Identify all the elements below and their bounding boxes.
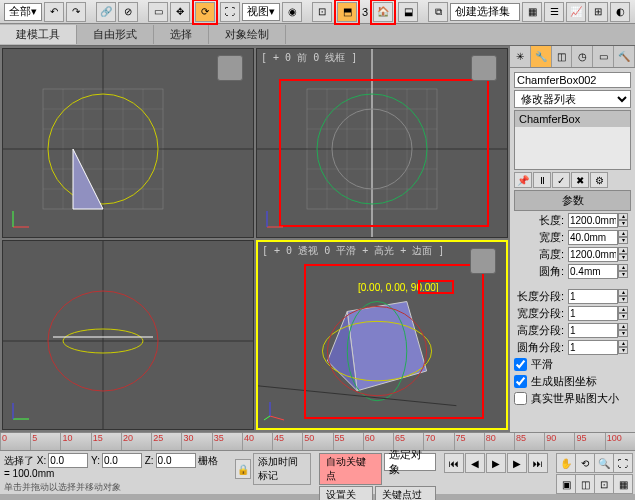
z-input[interactable] [156, 453, 196, 468]
spin-up[interactable]: ▴ [618, 230, 628, 237]
spin-down[interactable]: ▾ [618, 254, 628, 261]
modifier-list-dropdown[interactable]: 修改器列表 [514, 90, 631, 108]
percent-snap-button[interactable]: 🏠 [373, 2, 393, 22]
height-input[interactable] [568, 247, 618, 262]
viewport-left[interactable] [2, 240, 254, 430]
spin-down[interactable]: ▾ [618, 313, 628, 320]
viewcube-icon[interactable] [471, 55, 497, 81]
create-tab-icon[interactable]: ✳ [510, 46, 531, 67]
configure-button[interactable]: ⚙ [590, 172, 608, 188]
lock-button[interactable]: 🔒 [235, 459, 251, 479]
modifier-item[interactable]: ChamferBox [515, 111, 630, 127]
spin-up[interactable]: ▴ [618, 213, 628, 220]
key-filter-button[interactable]: 关键点过滤器 [375, 486, 436, 500]
pin-stack-button[interactable]: 📌 [514, 172, 532, 188]
spin-up[interactable]: ▴ [618, 264, 628, 271]
angle-snap-button[interactable]: ⬒ [337, 2, 357, 22]
rotate-button[interactable]: ⟳ [195, 2, 215, 22]
show-end-button[interactable]: Ⅱ [533, 172, 551, 188]
motion-tab-icon[interactable]: ◷ [572, 46, 593, 67]
viewcube-icon[interactable] [470, 248, 496, 274]
remove-mod-button[interactable]: ✖ [571, 172, 589, 188]
object-name-input[interactable] [514, 72, 631, 88]
set-key-button[interactable]: 设置关键点 [319, 486, 372, 500]
tab-object-paint[interactable]: 对象绘制 [209, 25, 286, 44]
params-rollout-title[interactable]: 参数 [514, 190, 631, 211]
next-frame-button[interactable]: ▶ [507, 453, 527, 473]
viewport-front[interactable]: [ + 0 前 0 线框 ] [256, 48, 508, 238]
spin-up[interactable]: ▴ [618, 340, 628, 347]
link-button[interactable]: 🔗 [96, 2, 116, 22]
spin-down[interactable]: ▾ [618, 237, 628, 244]
length-segs-input[interactable] [568, 289, 618, 304]
goto-start-button[interactable]: ⏮ [444, 453, 464, 473]
viewcube-icon[interactable] [217, 55, 243, 81]
zoom-button[interactable]: 🔍 [594, 453, 614, 473]
tab-select[interactable]: 选择 [154, 25, 209, 44]
min-vp-button[interactable]: ▦ [613, 474, 633, 494]
utilities-tab-icon[interactable]: 🔨 [614, 46, 635, 67]
maximize-vp-button[interactable]: ⊡ [594, 474, 614, 494]
realworld-checkbox[interactable] [514, 392, 527, 405]
orbit-view-button[interactable]: ⟲ [575, 453, 595, 473]
width-input[interactable] [568, 230, 618, 245]
mirror-button[interactable]: ⧉ [428, 2, 448, 22]
tab-modeling[interactable]: 建模工具 [0, 25, 77, 44]
center-button[interactable]: ◉ [282, 2, 302, 22]
length-input[interactable] [568, 213, 618, 228]
named-selection-dropdown[interactable]: 创建选择集 [450, 3, 520, 21]
scale-button[interactable]: ⛶ [220, 2, 240, 22]
fillet-segs-input[interactable] [568, 340, 618, 355]
spin-up[interactable]: ▴ [618, 289, 628, 296]
modify-tab-icon[interactable]: 🔧 [531, 46, 552, 67]
height-segs-input[interactable] [568, 323, 618, 338]
align-button[interactable]: ▦ [522, 2, 542, 22]
spin-down[interactable]: ▾ [618, 330, 628, 337]
spin-up[interactable]: ▴ [618, 306, 628, 313]
zoom-region-button[interactable]: ◫ [575, 474, 595, 494]
unique-button[interactable]: ✓ [552, 172, 570, 188]
spin-up[interactable]: ▴ [618, 247, 628, 254]
undo-button[interactable]: ↶ [44, 2, 64, 22]
spin-down[interactable]: ▾ [618, 296, 628, 303]
play-button[interactable]: ▶ [486, 453, 506, 473]
viewport-perspective[interactable]: [ + 0 透视 0 平滑 + 高光 + 边面 ] [0.00, 0.00, 9… [256, 240, 508, 430]
x-input[interactable] [48, 453, 88, 468]
material-button[interactable]: ◐ [610, 2, 630, 22]
y-input[interactable] [102, 453, 142, 468]
display-tab-icon[interactable]: ▭ [593, 46, 614, 67]
key-target-dropdown[interactable]: 选定对象 [384, 453, 436, 471]
pan-view-button[interactable]: ✋ [556, 453, 576, 473]
goto-end-button[interactable]: ⏭ [528, 453, 548, 473]
move-button[interactable]: ✥ [170, 2, 190, 22]
add-time-tag[interactable]: 添加时间标记 [253, 453, 311, 485]
layers-button[interactable]: ☰ [544, 2, 564, 22]
hierarchy-tab-icon[interactable]: ◫ [552, 46, 573, 67]
spinner-snap-button[interactable]: ⬓ [398, 2, 418, 22]
spin-up[interactable]: ▴ [618, 323, 628, 330]
redo-button[interactable]: ↷ [66, 2, 86, 22]
modifier-stack[interactable]: ChamferBox [514, 110, 631, 170]
spin-down[interactable]: ▾ [618, 271, 628, 278]
unlink-button[interactable]: ⊘ [118, 2, 138, 22]
spin-down[interactable]: ▾ [618, 347, 628, 354]
snap-toggle-button[interactable]: ⊡ [312, 2, 332, 22]
smooth-checkbox[interactable] [514, 358, 527, 371]
gen-uv-label: 生成贴图坐标 [531, 374, 597, 389]
tab-freeform[interactable]: 自由形式 [77, 25, 154, 44]
auto-key-button[interactable]: 自动关键点 [319, 453, 381, 485]
fillet-input[interactable] [568, 264, 618, 279]
filter-dropdown[interactable]: 全部 ▾ [4, 3, 42, 21]
refcoord-dropdown[interactable]: 视图 ▾ [242, 3, 280, 21]
width-segs-input[interactable] [568, 306, 618, 321]
spin-down[interactable]: ▾ [618, 220, 628, 227]
select-button[interactable]: ▭ [148, 2, 168, 22]
viewport-top[interactable] [2, 48, 254, 238]
zoom-extents-button[interactable]: ⛶ [613, 453, 633, 473]
fov-button[interactable]: ▣ [556, 474, 576, 494]
schematic-button[interactable]: ⊞ [588, 2, 608, 22]
time-slider[interactable]: 0510152025303540455055606570758085909510… [0, 432, 635, 450]
gen-uv-checkbox[interactable] [514, 375, 527, 388]
curve-editor-button[interactable]: 📈 [566, 2, 586, 22]
prev-frame-button[interactable]: ◀ [465, 453, 485, 473]
